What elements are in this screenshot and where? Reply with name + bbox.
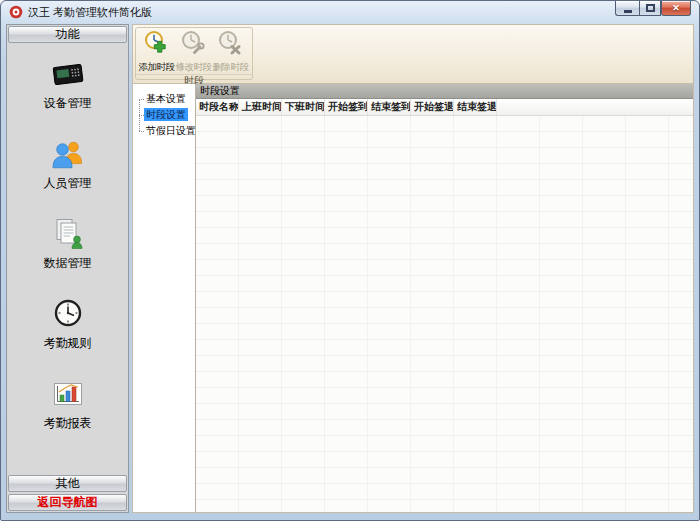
sidebar-other-button[interactable]: 其他 — [8, 475, 127, 492]
sidebar-item-label: 人员管理 — [44, 175, 92, 192]
window-title: 汉王 考勤管理软件简化版 — [28, 5, 152, 20]
column-header-checkout-start[interactable]: 开始签退 — [411, 99, 454, 115]
add-period-button[interactable]: 添加时段 — [138, 29, 175, 74]
people-icon — [51, 137, 85, 171]
clock-edit-icon — [180, 30, 207, 61]
content-area: 基本设置 时段设置 节假日设置 时段设置 时段名称 上班时间 — [133, 84, 693, 512]
back-to-navigation-button[interactable]: 返回导航图 — [8, 494, 127, 511]
document-person-icon — [51, 217, 85, 251]
caption-buttons: ✕ — [615, 1, 691, 16]
device-terminal-icon — [51, 57, 85, 91]
column-header-checkin-end[interactable]: 结束签到 — [368, 99, 411, 115]
column-header-work-end[interactable]: 下班时间 — [282, 99, 325, 115]
function-sidebar: 功能 — [6, 24, 129, 513]
period-settings-panel: 时段设置 时段名称 上班时间 下班时间 开始签到 结束签到 开始签退 结束签退 — [196, 84, 693, 512]
tree-item-holiday-settings[interactable]: 节假日设置 — [144, 123, 194, 139]
close-button[interactable]: ✕ — [661, 1, 691, 16]
sidebar-item-label: 考勤规则 — [44, 335, 92, 352]
maximize-button[interactable] — [639, 1, 661, 16]
settings-tree: 基本设置 时段设置 节假日设置 — [136, 91, 194, 139]
sidebar-header-functions[interactable]: 功能 — [8, 26, 127, 43]
period-toolbar-group: 添加时段 — [135, 27, 253, 80]
sidebar-item-label: 考勤报表 — [44, 415, 92, 432]
main-panel: 添加时段 — [132, 24, 694, 513]
settings-tree-panel: 基本设置 时段设置 节假日设置 — [133, 84, 196, 512]
modify-period-button[interactable]: 修改时段 — [175, 29, 212, 74]
toolbar-button-label: 修改时段 — [176, 61, 212, 74]
title-bar: 汉王 考勤管理软件简化版 ✕ — [1, 1, 699, 23]
tree-item-period-settings[interactable]: 时段设置 — [144, 107, 194, 123]
maximize-icon — [646, 4, 655, 12]
clock-icon — [51, 297, 85, 331]
ribbon-toolbar: 添加时段 — [133, 25, 693, 84]
sidebar-item-data-management[interactable]: 数据管理 — [44, 217, 92, 272]
tree-item-basic-settings[interactable]: 基本设置 — [144, 91, 194, 107]
sidebar-item-personnel-management[interactable]: 人员管理 — [44, 137, 92, 192]
column-header-checkout-end[interactable]: 结束签退 — [454, 99, 497, 115]
column-header-period-name[interactable]: 时段名称 — [196, 99, 239, 115]
table-body — [196, 116, 693, 512]
toolbar-button-label: 添加时段 — [139, 61, 175, 74]
clock-delete-icon — [217, 30, 244, 61]
sidebar-item-label: 数据管理 — [44, 255, 92, 272]
toolbar-buttons: 添加时段 — [136, 28, 252, 74]
window-body: 功能 — [1, 23, 699, 521]
app-logo-icon — [9, 5, 23, 19]
sidebar-item-label: 设备管理 — [44, 95, 92, 112]
panel-title: 时段设置 — [196, 84, 693, 99]
sidebar-items: 设备管理 人员管理 — [8, 44, 127, 474]
bar-chart-icon — [51, 377, 85, 411]
delete-period-button[interactable]: 删除时段 — [212, 29, 249, 74]
minimize-icon — [624, 10, 632, 13]
sidebar-item-attendance-reports[interactable]: 考勤报表 — [44, 377, 92, 432]
close-icon: ✕ — [672, 4, 680, 13]
minimize-button[interactable] — [615, 1, 639, 16]
clock-add-icon — [143, 30, 170, 61]
toolbar-button-label: 删除时段 — [213, 61, 249, 74]
column-header-work-start[interactable]: 上班时间 — [239, 99, 282, 115]
column-header-checkin-start[interactable]: 开始签到 — [325, 99, 368, 115]
sidebar-item-device-management[interactable]: 设备管理 — [44, 57, 92, 112]
app-window: 汉王 考勤管理软件简化版 ✕ 功能 — [0, 0, 700, 521]
sidebar-item-attendance-rules[interactable]: 考勤规则 — [44, 297, 92, 352]
table-header: 时段名称 上班时间 下班时间 开始签到 结束签到 开始签退 结束签退 — [196, 99, 693, 116]
